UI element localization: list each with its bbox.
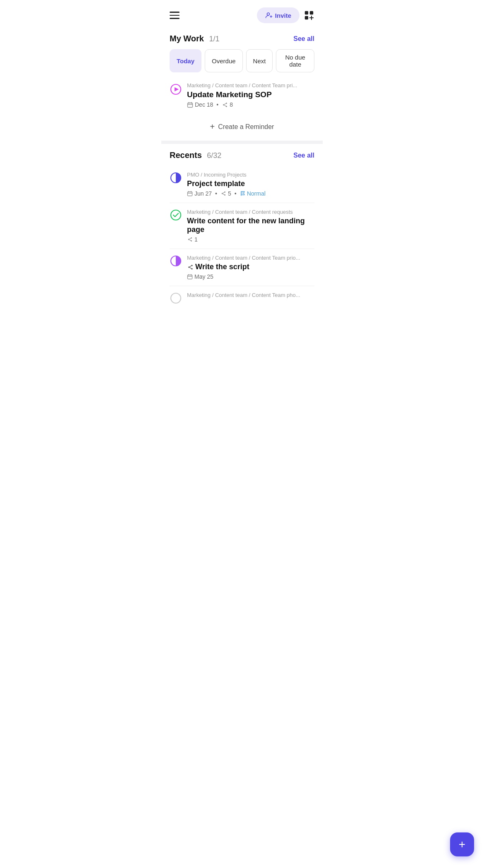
recents-header: Recents 6/32 See all (170, 151, 314, 160)
section-divider (161, 141, 323, 144)
tab-today[interactable]: Today (170, 49, 201, 72)
svg-point-29 (171, 210, 181, 220)
recents-see-all[interactable]: See all (293, 152, 314, 159)
subtask-icon (187, 237, 193, 242)
svg-point-15 (226, 103, 227, 104)
svg-point-31 (191, 237, 192, 239)
create-reminder-button[interactable]: + Create a Reminder (170, 115, 314, 141)
recent-subtasks-value: 1 (194, 236, 198, 243)
tab-next[interactable]: Next (246, 49, 273, 72)
svg-point-32 (191, 240, 192, 242)
recent-date: May 25 (187, 273, 213, 280)
grid-add-icon[interactable] (304, 10, 314, 21)
invite-button[interactable]: Invite (257, 7, 300, 23)
header-right: Invite (257, 7, 314, 23)
recents-count: 6/32 (207, 151, 221, 160)
person-plus-icon (265, 12, 273, 19)
recent-breadcrumb: PMO / Incoming Projects (187, 172, 314, 178)
task-title: Update Marketing SOP (187, 90, 314, 99)
svg-line-27 (223, 192, 225, 193)
svg-point-14 (223, 104, 224, 105)
recent-date-value: May 25 (194, 273, 213, 280)
task-subtasks: 8 (222, 101, 233, 108)
task-date: Dec 18 (187, 101, 213, 108)
svg-point-0 (267, 13, 269, 15)
task-breadcrumb: Marketing / Content team / Content Team … (187, 82, 314, 88)
recent-item-4[interactable]: Marketing / Content team / Content Team … (170, 286, 314, 310)
my-work-header: My Work 1/1 See all (170, 34, 314, 43)
create-reminder-label: Create a Reminder (218, 123, 274, 131)
svg-line-34 (189, 240, 191, 241)
svg-rect-41 (187, 275, 192, 279)
hamburger-menu[interactable] (170, 12, 180, 19)
recent-subtasks: 1 (187, 236, 198, 243)
my-work-title: My Work (170, 34, 204, 43)
svg-rect-20 (187, 192, 192, 196)
my-work-section: My Work 1/1 See all Today Overdue Next N… (161, 27, 323, 141)
tab-overdue[interactable]: Overdue (205, 49, 243, 72)
invite-label: Invite (275, 12, 291, 19)
recent-breadcrumb: Marketing / Content team / Content Team … (187, 255, 314, 261)
recents-title-group: Recents 6/32 (170, 151, 221, 160)
recent-subtasks-value: 5 (228, 190, 231, 197)
svg-rect-3 (305, 11, 308, 14)
recent-item-write-script[interactable]: Marketing / Content team / Content Team … (170, 249, 314, 286)
recents-title: Recents (170, 151, 202, 160)
recents-section: Recents 6/32 See all PMO / Incoming Proj… (161, 144, 323, 310)
task-status-in-progress-icon (170, 83, 182, 96)
recent-content: Marketing / Content team / Content Team … (187, 292, 314, 300)
recent-date-value: Jun 27 (194, 190, 212, 197)
priority-label: Normal (247, 190, 266, 197)
priority-badge: Normal (240, 190, 266, 197)
plus-icon: + (210, 122, 215, 132)
status-done-icon (170, 209, 182, 221)
svg-point-45 (171, 293, 181, 303)
svg-point-36 (188, 267, 189, 268)
recent-content: PMO / Incoming Projects Project template… (187, 172, 314, 197)
my-work-see-all[interactable]: See all (293, 35, 314, 43)
svg-point-37 (191, 265, 192, 266)
subtask-icon (222, 102, 228, 108)
svg-point-30 (188, 239, 189, 240)
svg-marker-9 (175, 87, 179, 91)
svg-line-39 (189, 266, 191, 267)
recent-breadcrumb: Marketing / Content team / Content Team … (187, 292, 314, 298)
svg-point-16 (226, 105, 227, 107)
recent-date: Jun 27 (187, 190, 212, 197)
calendar-icon (187, 274, 193, 280)
recent-breadcrumb: Marketing / Content team / Content reque… (187, 209, 314, 215)
my-work-title-group: My Work 1/1 (170, 34, 219, 43)
status-half-purple-icon (170, 255, 182, 267)
svg-line-18 (224, 105, 226, 106)
recent-meta: Jun 27 • 5 • (187, 190, 314, 197)
my-work-count: 1/1 (209, 35, 219, 43)
svg-point-24 (222, 193, 223, 194)
flag-icon (240, 191, 246, 196)
svg-rect-10 (188, 103, 193, 108)
svg-point-25 (224, 191, 225, 193)
task-item[interactable]: Marketing / Content team / Content Team … (170, 80, 314, 115)
my-work-tabs: Today Overdue Next No due date (170, 49, 314, 72)
recent-item-write-content[interactable]: Marketing / Content team / Content reque… (170, 203, 314, 249)
recent-title: Project template (187, 179, 314, 188)
recent-meta: May 25 (187, 273, 314, 280)
recent-title: Write content for the new landing page (187, 217, 314, 234)
recent-item-project-template[interactable]: PMO / Incoming Projects Project template… (170, 166, 314, 203)
recent-title: Write the script (187, 263, 314, 271)
svg-line-28 (223, 194, 225, 195)
recent-meta: 1 (187, 236, 314, 243)
status-normal-icon (170, 292, 182, 304)
calendar-icon (187, 102, 193, 108)
task-subtasks-value: 8 (230, 101, 233, 108)
calendar-icon (187, 191, 193, 196)
recent-content: Marketing / Content team / Content Team … (187, 255, 314, 280)
svg-point-26 (224, 194, 225, 196)
tab-no-due-date[interactable]: No due date (276, 49, 314, 72)
app-header: Invite (161, 0, 323, 27)
recent-subtasks: 5 (220, 190, 231, 197)
svg-line-17 (224, 103, 226, 104)
recent-content: Marketing / Content team / Content reque… (187, 209, 314, 243)
status-half-icon (170, 172, 182, 184)
subtask-icon (220, 191, 226, 196)
svg-line-40 (189, 268, 191, 268)
